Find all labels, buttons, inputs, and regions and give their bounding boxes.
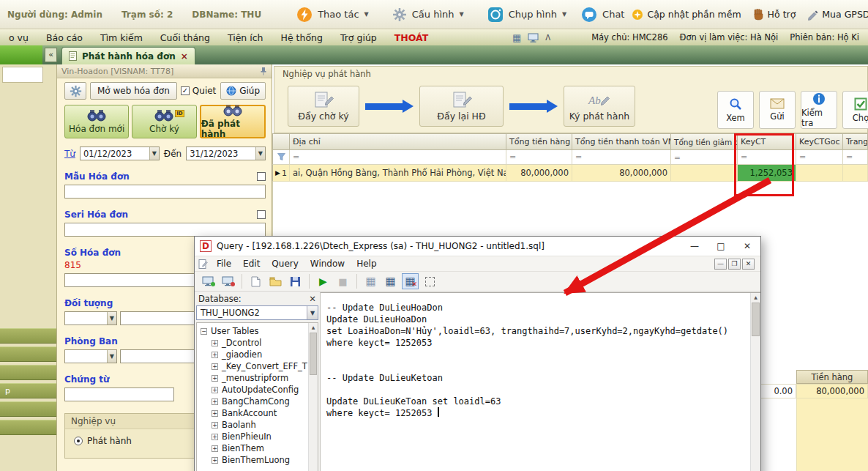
expand-expander-icon[interactable]: + xyxy=(212,363,218,370)
database-select[interactable]: THU_HUONG2 ▼ xyxy=(196,305,318,320)
chup-hinh-button[interactable]: Chụp hình ▼ xyxy=(480,3,574,26)
close-panel-icon[interactable]: ✕ xyxy=(309,294,316,304)
cell-tong-tien-thanh-toan[interactable]: 80,000,000 xyxy=(572,165,671,182)
quiet-checkbox[interactable]: ✓ Quiet xyxy=(181,86,216,96)
tree-item[interactable]: + _Key_Convert_EFF_T xyxy=(212,360,318,372)
thao-tac-button[interactable]: Thao tác ▼ xyxy=(289,3,376,26)
tien-hang-column-header[interactable]: Tiền hàng xyxy=(796,370,868,384)
expand-expander-icon[interactable]: + xyxy=(212,398,218,405)
grid-header-tong-tien-giam-tru[interactable]: Tổng tiền giảm trừ xyxy=(671,133,738,150)
results-dashed-icon[interactable] xyxy=(422,273,438,289)
cau-hinh-button[interactable]: Cấu hình ▼ xyxy=(385,4,471,26)
results-grid-off-icon[interactable]: ▦✕ xyxy=(402,273,419,289)
expand-expander-icon[interactable]: + xyxy=(212,457,218,464)
grid-header-dia-chi[interactable]: Địa chỉ xyxy=(290,133,506,150)
cell-tong-tien-giam-tru[interactable] xyxy=(671,165,738,182)
menu-nghiep-vu[interactable]: o vụ xyxy=(9,32,29,43)
tree-item[interactable]: + AutoUpdateConfig xyxy=(212,384,318,396)
cell-dia-chi[interactable]: ai, Quận Hồng Bàng, Thành Phố Hải Phòng,… xyxy=(290,165,506,182)
filter-cell[interactable]: = xyxy=(290,150,506,165)
open-web-invoice-button[interactable]: Mở web hóa đơn xyxy=(90,82,177,100)
scroll-up-arrow[interactable]: ▲ xyxy=(751,293,760,302)
kiem-tra-button[interactable]: Kiểm tra xyxy=(801,91,837,129)
collapsed-panel-bar[interactable]: p xyxy=(0,383,56,398)
gui-button[interactable]: Gửi xyxy=(759,91,796,129)
chon-button[interactable]: Chọ xyxy=(842,91,868,129)
expand-expander-icon[interactable]: + xyxy=(212,410,218,417)
connect-icon[interactable] xyxy=(200,273,217,289)
collapse-expander-icon[interactable]: − xyxy=(201,328,207,335)
xem-button[interactable]: Xem xyxy=(717,91,754,129)
collapse-panel-button[interactable]: « xyxy=(45,48,57,62)
mdi-restore-button[interactable]: ❐ xyxy=(728,259,741,270)
filter-cell[interactable]: = xyxy=(843,150,868,165)
support-button[interactable]: Hỗ trợ xyxy=(753,9,796,21)
menu-he-thong[interactable]: Hệ thống xyxy=(281,32,323,43)
collapse-chevron-icon[interactable]: ᐱ xyxy=(545,34,550,42)
grid-header-keyctgoc[interactable]: KeyCTGoc xyxy=(796,133,843,150)
seri-hoa-don-checkbox[interactable] xyxy=(257,210,266,219)
tree-scrollbar[interactable]: ▲ xyxy=(308,323,318,471)
menu-item[interactable]: Help xyxy=(351,257,382,270)
tree-item[interactable]: + BangChamCong xyxy=(212,396,318,407)
expand-expander-icon[interactable]: + xyxy=(212,445,218,452)
filter-cell[interactable]: = xyxy=(796,150,843,165)
grid-view-icon[interactable]: ▦ xyxy=(512,33,521,42)
query-title-bar[interactable]: D Query - [192.168.1.226\Dtech_Express (… xyxy=(195,237,760,256)
settings-button[interactable] xyxy=(64,82,86,100)
tree-item[interactable]: + Baolanh xyxy=(212,419,318,431)
sql-text[interactable]: -- Update DuLieuHoaDon Update DuLieuHoaD… xyxy=(321,293,760,419)
seri-hoa-don-input[interactable] xyxy=(64,223,266,237)
collapsed-panel-bar[interactable] xyxy=(0,401,56,417)
mdi-minimize-button[interactable]: — xyxy=(714,259,727,270)
to-date-picker[interactable]: 31/12/2023▼ xyxy=(186,147,266,160)
expand-expander-icon[interactable]: + xyxy=(212,387,218,393)
menu-item[interactable]: Window xyxy=(304,257,351,270)
tree-item[interactable]: + BankAccount xyxy=(212,407,318,419)
tab-close-icon[interactable]: × xyxy=(181,51,188,62)
expand-expander-icon[interactable]: + xyxy=(212,434,218,440)
ky-phat-hanh-button[interactable]: Ab Ký phát hành xyxy=(564,86,635,127)
sql-editor[interactable]: -- Update DuLieuHoaDon Update DuLieuHoaD… xyxy=(321,292,760,471)
menu-tim-kiem[interactable]: Tìm kiếm xyxy=(100,32,143,43)
results-grid-icon[interactable]: ▦ xyxy=(382,273,399,289)
pin-icon[interactable] xyxy=(260,67,267,75)
mau-hoa-don-input[interactable] xyxy=(64,185,266,199)
grid-data-row[interactable]: ▶1 ai, Quận Hồng Bàng, Thành Phố Hải Phò… xyxy=(272,165,868,182)
mdi-close-button[interactable]: ✕ xyxy=(742,259,755,270)
filter-funnel-cell[interactable] xyxy=(272,150,290,165)
scrollbar-thumb[interactable] xyxy=(310,333,317,375)
mua-gpsd-button[interactable]: Mua GPSD xyxy=(807,9,868,21)
update-software-button[interactable]: Cập nhật phần mềm xyxy=(632,9,741,21)
hoa-don-moi-button[interactable]: Hóa đơn mới xyxy=(64,105,129,138)
scroll-up-arrow[interactable]: ▲ xyxy=(309,323,318,332)
tree-item[interactable]: + _giaodien xyxy=(212,349,318,360)
phong-ban-combo[interactable]: ▼ xyxy=(64,349,117,363)
new-query-icon[interactable] xyxy=(247,273,264,289)
collapsed-panel-bar[interactable] xyxy=(0,365,56,380)
chung-tu-input[interactable] xyxy=(64,387,174,401)
scrollbar-thumb[interactable] xyxy=(752,303,760,336)
cell-tong-tien-hang[interactable]: 80,000,000 xyxy=(506,165,572,182)
open-file-icon[interactable] xyxy=(267,273,284,289)
expand-expander-icon[interactable]: + xyxy=(212,340,218,346)
cell-trangthai[interactable] xyxy=(843,165,868,182)
tree-item[interactable]: + _menustripform xyxy=(212,372,318,384)
menu-cuoi-thang[interactable]: Cuối tháng xyxy=(160,32,210,43)
expand-expander-icon[interactable]: + xyxy=(212,352,218,358)
tab-phat-hanh-hoa-don[interactable]: Phát hành hóa đơn × xyxy=(61,47,195,64)
close-button[interactable]: ✕ xyxy=(734,237,760,256)
grid-header-keyct[interactable]: KeyCT xyxy=(738,133,796,150)
tree-item[interactable]: + BienThem xyxy=(212,442,318,454)
tree-item[interactable]: + _Dcontrol xyxy=(212,337,318,349)
expand-expander-icon[interactable]: + xyxy=(212,422,218,429)
results-text-icon[interactable]: ▦ xyxy=(362,273,379,289)
save-icon[interactable] xyxy=(287,273,304,289)
expand-expander-icon[interactable]: + xyxy=(212,375,218,382)
filter-cell[interactable]: = xyxy=(506,150,572,165)
filter-cell[interactable]: = xyxy=(738,150,796,165)
collapsed-panel-bar[interactable] xyxy=(0,346,56,362)
cell-keyct[interactable]: 1,252,053 xyxy=(738,165,796,182)
menu-item[interactable]: Edit xyxy=(237,257,266,270)
filter-cell[interactable]: = xyxy=(671,150,738,165)
